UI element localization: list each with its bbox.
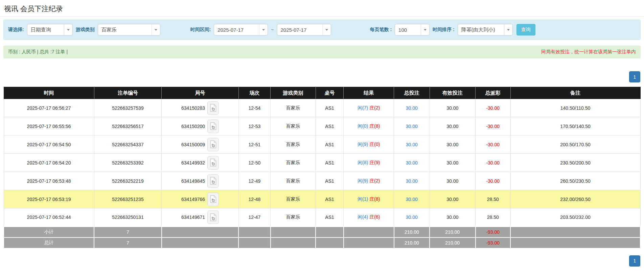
summary-empty-cell xyxy=(238,237,270,248)
total-bet-link[interactable]: 30.00 xyxy=(406,124,418,129)
query-type-label: 请选择: xyxy=(8,27,24,33)
query-type-select[interactable]: 日期查询 xyxy=(27,24,73,35)
video-replay-button[interactable] xyxy=(207,156,219,170)
cell-total-bet: 30.00 xyxy=(394,190,430,208)
result-player: 闲(8) xyxy=(358,160,368,165)
summary-label: 总计 xyxy=(4,237,94,248)
cell-remark: 230.50/200.50 xyxy=(510,154,640,172)
cell-remark: 140.50/110.50 xyxy=(510,99,640,117)
total-bet-link[interactable]: 30.00 xyxy=(406,215,418,220)
video-replay-button[interactable] xyxy=(207,138,219,151)
page-button-1[interactable]: 1 xyxy=(629,71,640,82)
result-player: 闲(4) xyxy=(358,214,368,220)
cell-bet-id: 522663252219 xyxy=(94,172,161,190)
cell-remark: 232.00/260.50 xyxy=(510,190,640,208)
cell-result: 闲(8)庄(9) xyxy=(344,154,394,172)
cell-session: 12-47 xyxy=(238,208,270,227)
video-replay-button[interactable] xyxy=(207,174,219,188)
currency-summary-text: 币别 : 人民币 | 总共 :7 注单 | xyxy=(8,49,68,55)
result-banker: 庄(8) xyxy=(369,196,380,202)
time-range-label: 时间区间: xyxy=(190,27,211,33)
filter-bar: 请选择: 日期查询 游戏类别 百家乐 时间区间: 2025-07-17 ~ 20… xyxy=(3,20,641,40)
query-type-value: 日期查询 xyxy=(31,27,51,33)
page-size-value: 100 xyxy=(398,27,407,33)
cell-table-no: AS1 xyxy=(316,190,344,208)
page-size-label: 每页笔数 : xyxy=(370,27,392,33)
table-row: 2025-07-17 06:55:56 522663256517 6341502… xyxy=(4,117,640,135)
cell-valid-bet: 30.00 xyxy=(430,154,476,172)
cell-payout: 28.50 xyxy=(476,190,511,208)
cell-valid-bet: 30.00 xyxy=(430,190,476,208)
sort-select[interactable]: 降幂(由大到小) xyxy=(458,24,513,35)
summary-empty-cell xyxy=(271,227,316,237)
chevron-down-icon xyxy=(504,24,512,35)
cell-result: 闲(4)庄(6) xyxy=(344,208,394,227)
cell-remark: 170.50/140.50 xyxy=(510,117,640,135)
video-replay-button[interactable] xyxy=(207,101,219,115)
column-header: 结果 xyxy=(344,87,394,99)
table-row: 2025-07-17 06:53:48 522663252219 6341498… xyxy=(4,172,640,190)
total-bet-link[interactable]: 30.00 xyxy=(406,160,418,166)
summary-empty-cell xyxy=(316,227,344,237)
cell-remark: 200.50/170.50 xyxy=(510,135,640,154)
date-to-select[interactable]: 2025-07-17 xyxy=(277,24,331,35)
search-button[interactable]: 查询 xyxy=(516,24,535,35)
total-bet-link[interactable]: 30.00 xyxy=(406,105,418,111)
summary-total-bet: 210.00 xyxy=(394,227,430,237)
cell-round: 634149766 xyxy=(162,190,239,208)
summary-count: 7 xyxy=(94,237,161,248)
summary-valid-bet: 210.00 xyxy=(430,227,476,237)
result-player: 闲(7) xyxy=(358,105,368,110)
cell-total-bet: 30.00 xyxy=(394,99,430,117)
column-header: 备注 xyxy=(510,87,640,99)
game-type-value: 百家乐 xyxy=(101,27,117,33)
cell-session: 12-51 xyxy=(238,135,270,154)
video-replay-button[interactable] xyxy=(207,193,219,206)
date-from-select[interactable]: 2025-07-17 xyxy=(214,24,268,35)
round-id: 634150283 xyxy=(181,105,205,111)
cell-payout: -30.00 xyxy=(476,99,511,117)
result-banker: 庄(6) xyxy=(369,214,380,220)
page-title: 视讯 会员下注纪录 xyxy=(4,4,641,14)
cell-result: 闲(9)庄(2) xyxy=(344,172,394,190)
total-bet-link[interactable]: 30.00 xyxy=(406,197,418,202)
result-banker: 庄(2) xyxy=(369,178,380,183)
page-size-select[interactable]: 100 xyxy=(395,24,430,35)
page: 视讯 会员下注纪录 请选择: 日期查询 游戏类别 百家乐 时间区间: 2025-… xyxy=(0,0,644,269)
video-file-icon xyxy=(210,195,216,203)
video-replay-button[interactable] xyxy=(207,210,219,224)
video-file-icon xyxy=(210,177,216,185)
summary-row: 小计 7 210.00 210.00 -93.00 xyxy=(4,227,640,237)
cell-round: 634150009 xyxy=(162,135,239,154)
cell-valid-bet: 30.00 xyxy=(430,135,476,154)
round-id: 634149845 xyxy=(181,178,205,184)
page-button-1[interactable]: 1 xyxy=(629,255,640,267)
column-header: 有效投注 xyxy=(430,87,476,99)
cell-game-type: 百家乐 xyxy=(271,208,316,227)
cell-result: 闲(7)庄(2) xyxy=(344,99,394,117)
table-header-row: 时间注单编号局号场次游戏类别桌号结果总投注有效投注总派彩备注 xyxy=(4,87,640,99)
total-bet-link[interactable]: 30.00 xyxy=(406,142,418,147)
summary-row: 总计 7 210.00 210.00 -93.00 xyxy=(4,237,640,248)
cell-session: 12-54 xyxy=(238,99,270,117)
total-bet-link[interactable]: 30.00 xyxy=(406,178,418,184)
table-row: 2025-07-17 06:53:19 522663251235 6341497… xyxy=(4,190,640,208)
round-id: 634150009 xyxy=(181,142,205,147)
game-type-select[interactable]: 百家乐 xyxy=(98,24,160,35)
result-player: 闲(9) xyxy=(358,142,368,147)
column-header: 总投注 xyxy=(394,87,430,99)
table-body: 2025-07-17 06:56:27 522663257539 6341502… xyxy=(4,99,640,248)
cell-time: 2025-07-17 06:52:44 xyxy=(4,208,94,227)
summary-empty-cell xyxy=(344,237,394,248)
column-header: 局号 xyxy=(162,87,239,99)
cell-game-type: 百家乐 xyxy=(271,117,316,135)
date-from-value: 2025-07-17 xyxy=(217,27,244,33)
cell-time: 2025-07-17 06:53:19 xyxy=(4,190,94,208)
video-file-icon xyxy=(210,213,216,222)
sort-label: 时间排序 : xyxy=(433,27,455,33)
cell-result: 闲(0)庄(8) xyxy=(344,117,394,135)
summary-empty-cell xyxy=(316,237,344,248)
result-player: 闲(9) xyxy=(358,178,368,183)
video-replay-button[interactable] xyxy=(207,120,219,133)
cell-payout: -30.00 xyxy=(476,154,511,172)
